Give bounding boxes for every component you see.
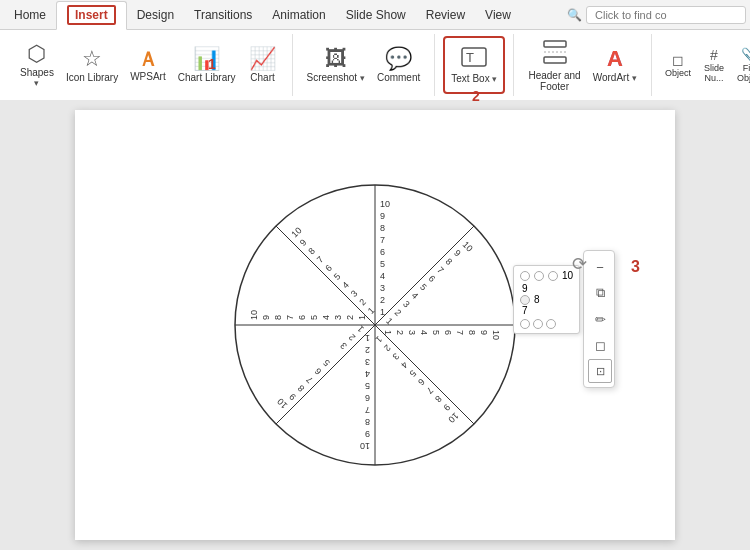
header-footer-button[interactable]: Header andFooter: [522, 36, 586, 94]
chart-button[interactable]: 📈 Chart: [242, 36, 284, 94]
svg-text:1: 1: [365, 333, 370, 343]
comment-label: Comment: [377, 72, 420, 83]
ribbon-group-object: ◻ Object # Slide Nu... 📎 File Object 📅 D…: [652, 34, 750, 96]
svg-text:10: 10: [491, 330, 501, 340]
ribbon-wrapper: Home Insert Design Transitions Animation…: [0, 0, 750, 100]
svg-text:6: 6: [443, 330, 453, 335]
svg-text:4: 4: [365, 369, 370, 379]
search-input[interactable]: [586, 6, 746, 24]
svg-text:4: 4: [410, 290, 421, 301]
mini-popup-8-row: 8: [520, 294, 573, 305]
svg-text:6: 6: [380, 247, 385, 257]
svg-text:T: T: [466, 50, 474, 65]
svg-text:6: 6: [297, 315, 307, 320]
svg-text:8: 8: [296, 383, 307, 394]
annotation-3: 3: [631, 258, 640, 276]
svg-text:2: 2: [393, 307, 404, 318]
mini-popup-9: 9: [520, 283, 573, 294]
svg-text:4: 4: [419, 330, 429, 335]
svg-text:6: 6: [323, 263, 334, 274]
svg-text:8: 8: [433, 394, 444, 405]
shapes-button[interactable]: ⬡ Shapes ▾: [14, 36, 60, 94]
ribbon-group-screenshot: 🖼 Screenshot ▾ 💬 Comment: [293, 34, 436, 96]
svg-text:8: 8: [444, 256, 455, 267]
object-label: Object: [665, 68, 691, 78]
svg-text:2: 2: [357, 297, 368, 308]
slide-num-icon: #: [710, 47, 718, 63]
text-box-button[interactable]: T Text Box ▾: [443, 36, 505, 94]
svg-text:5: 5: [418, 282, 429, 293]
svg-text:6: 6: [365, 393, 370, 403]
tab-design[interactable]: Design: [127, 0, 184, 29]
file-object-label: File Object: [736, 63, 750, 83]
chart-icon: 📈: [249, 48, 276, 70]
screenshot-icon: 🖼: [325, 48, 347, 70]
svg-rect-2: [544, 41, 566, 47]
svg-text:5: 5: [380, 259, 385, 269]
header-footer-label: Header andFooter: [528, 70, 580, 92]
tab-view[interactable]: View: [475, 0, 521, 29]
file-object-icon: 📎: [741, 47, 750, 63]
svg-text:9: 9: [441, 402, 452, 413]
tab-review[interactable]: Review: [416, 0, 475, 29]
mini-popup-dot-2: [533, 319, 543, 329]
mini-popup-circle-8: [520, 295, 530, 305]
tab-home[interactable]: Home: [4, 0, 56, 29]
wordart-label: WordArt ▾: [593, 72, 637, 83]
insert-highlight: Insert: [67, 5, 116, 25]
comment-button[interactable]: 💬 Comment: [371, 36, 426, 94]
svg-text:7: 7: [304, 374, 315, 385]
tab-animation[interactable]: Animation: [262, 0, 335, 29]
svg-text:4: 4: [399, 360, 410, 371]
svg-text:3: 3: [349, 288, 360, 299]
svg-text:1: 1: [380, 307, 385, 317]
svg-rect-3: [544, 57, 566, 63]
chart-library-label: Chart Library: [178, 72, 236, 83]
svg-text:5: 5: [365, 381, 370, 391]
svg-text:8: 8: [306, 246, 317, 257]
svg-text:8: 8: [467, 330, 477, 335]
icon-library-label: Icon Library: [66, 72, 118, 83]
shapes-icon: ⬡: [27, 43, 46, 65]
svg-text:5: 5: [431, 330, 441, 335]
object-button[interactable]: ◻ Object: [660, 36, 696, 94]
layers-tool-button[interactable]: ⧉: [588, 281, 612, 305]
ribbon-group-header: Header andFooter A WordArt ▾: [514, 34, 652, 96]
icon-library-button[interactable]: ☆ Icon Library: [60, 36, 124, 94]
wordart-button[interactable]: A WordArt ▾: [587, 36, 643, 94]
file-object-button[interactable]: 📎 File Object: [732, 36, 750, 94]
slide-num-button[interactable]: # Slide Nu...: [696, 36, 732, 94]
svg-text:8: 8: [380, 223, 385, 233]
svg-text:7: 7: [315, 254, 326, 265]
svg-text:9: 9: [365, 429, 370, 439]
wpsart-button[interactable]: Ａ WPSArt: [124, 36, 172, 94]
svg-text:2: 2: [347, 332, 358, 343]
svg-text:8: 8: [273, 315, 283, 320]
svg-text:3: 3: [401, 299, 412, 310]
tab-insert[interactable]: Insert: [56, 1, 127, 30]
circle-diagram: 1 2 3 4 5 6 7 8 9 10 1 2 3 4 5 6 7 8 9 1…: [225, 175, 525, 475]
svg-text:3: 3: [365, 357, 370, 367]
screenshot-button[interactable]: 🖼 Screenshot ▾: [301, 36, 371, 94]
header-footer-icon: [542, 39, 568, 68]
shapes-label: Shapes: [20, 67, 54, 78]
svg-text:9: 9: [479, 330, 489, 335]
svg-text:7: 7: [435, 265, 446, 276]
text-box-icon: T: [460, 46, 488, 71]
svg-text:10: 10: [249, 310, 259, 320]
mini-popup-8: 8: [534, 294, 540, 305]
svg-text:10: 10: [380, 199, 390, 209]
shape-tool-button[interactable]: ◻: [588, 333, 612, 357]
annotation-2: 2: [472, 88, 480, 104]
icon-library-icon: ☆: [82, 48, 102, 70]
tab-transitions[interactable]: Transitions: [184, 0, 262, 29]
minus-tool-button[interactable]: −: [588, 255, 612, 279]
frame-tool-button[interactable]: ⊡: [588, 359, 612, 383]
tab-slideshow[interactable]: Slide Show: [336, 0, 416, 29]
pen-tool-button[interactable]: ✏: [588, 307, 612, 331]
svg-text:7: 7: [455, 330, 465, 335]
svg-text:3: 3: [380, 283, 385, 293]
mini-popup-dot-3: [546, 319, 556, 329]
svg-text:2: 2: [395, 330, 405, 335]
chart-library-button[interactable]: 📊 Chart Library: [172, 36, 242, 94]
